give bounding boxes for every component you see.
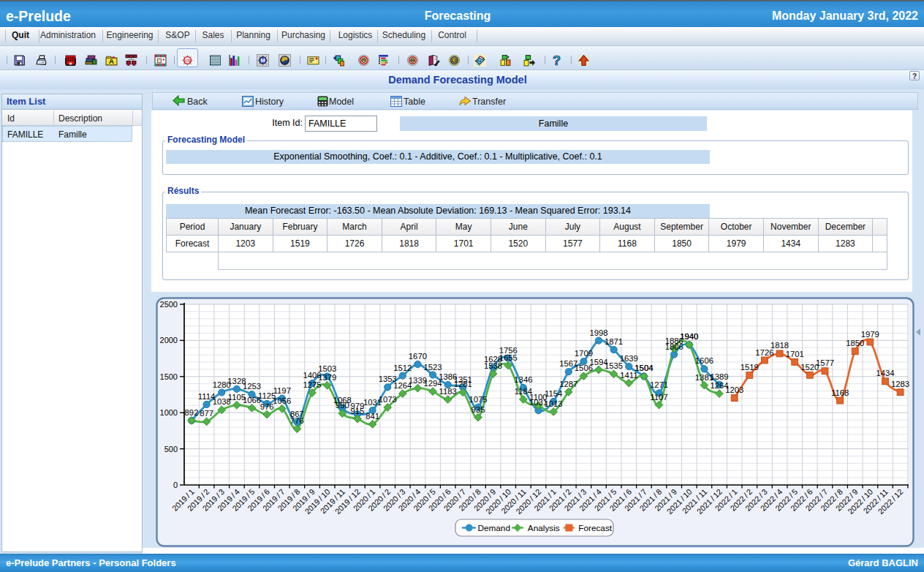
svg-text:2000: 2000 — [160, 336, 178, 345]
svg-text:976: 976 — [260, 402, 274, 411]
svg-text:US: US — [185, 59, 191, 63]
svg-text:841: 841 — [366, 412, 379, 421]
svg-text:877: 877 — [200, 409, 213, 418]
svg-text:1066: 1066 — [243, 396, 261, 404]
svg-text:1850: 1850 — [846, 339, 864, 347]
svg-text:1000: 1000 — [160, 408, 178, 417]
svg-text:2500: 2500 — [160, 300, 178, 309]
svg-text:M: M — [260, 57, 265, 64]
svg-text:1538: 1538 — [484, 361, 502, 370]
svg-text:1253: 1253 — [243, 382, 261, 391]
svg-text:1500: 1500 — [160, 372, 178, 381]
svg-text:1283: 1283 — [891, 380, 909, 388]
svg-text:1281: 1281 — [454, 380, 472, 388]
svg-text:1512: 1512 — [393, 364, 412, 372]
svg-text:Demand: Demand — [477, 523, 510, 533]
svg-text:500: 500 — [164, 445, 178, 454]
svg-text:1701: 1701 — [786, 350, 804, 358]
svg-text:1670: 1670 — [409, 352, 427, 361]
svg-text:1519: 1519 — [741, 363, 759, 372]
svg-text:990: 990 — [336, 401, 349, 410]
svg-text:915: 915 — [350, 407, 364, 415]
svg-text:?: ? — [553, 54, 561, 67]
svg-text:1998: 1998 — [589, 328, 607, 337]
svg-text:1056: 1056 — [273, 396, 291, 405]
svg-text:1577: 1577 — [816, 358, 834, 367]
svg-text:1940: 1940 — [680, 332, 698, 341]
svg-text:1107: 1107 — [650, 393, 667, 402]
svg-text:1271: 1271 — [650, 380, 668, 389]
svg-text:1073: 1073 — [379, 395, 397, 404]
svg-text:1606: 1606 — [695, 356, 713, 365]
svg-text:1871: 1871 — [605, 337, 623, 346]
svg-text:1203: 1203 — [725, 385, 743, 394]
svg-text:1523: 1523 — [424, 363, 442, 372]
svg-text:1535: 1535 — [605, 361, 623, 370]
svg-text:0: 0 — [173, 481, 178, 489]
svg-text:A: A — [109, 57, 114, 65]
svg-text:Analysis: Analysis — [528, 523, 560, 533]
svg-text:1818: 1818 — [770, 341, 789, 350]
svg-text:UP: UP — [452, 59, 457, 63]
svg-text:776: 776 — [290, 416, 304, 425]
svg-text:1504: 1504 — [635, 364, 653, 372]
svg-text:1434: 1434 — [876, 369, 894, 377]
svg-text:1346: 1346 — [514, 375, 532, 384]
svg-text:1287: 1287 — [559, 380, 578, 388]
svg-text:1503: 1503 — [318, 364, 336, 373]
svg-text:1655: 1655 — [499, 353, 518, 362]
svg-text:892: 892 — [185, 408, 199, 417]
svg-text:1075: 1075 — [469, 395, 487, 404]
svg-text:1979: 1979 — [861, 330, 879, 339]
svg-text:Forecast: Forecast — [578, 523, 613, 533]
svg-text:1197: 1197 — [273, 386, 291, 395]
svg-text:1709: 1709 — [575, 349, 593, 358]
svg-text:935: 935 — [472, 405, 485, 414]
svg-text:1168: 1168 — [831, 388, 849, 397]
svg-text:1381: 1381 — [695, 373, 713, 382]
svg-text:1379: 1379 — [318, 373, 336, 382]
svg-text:1013: 1013 — [545, 399, 563, 408]
